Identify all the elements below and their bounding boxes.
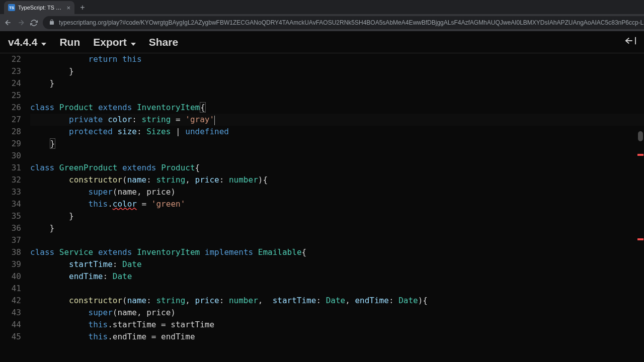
export-button[interactable]: Export <box>93 36 136 48</box>
line-number-gutter: 2223242526272829303132333435363738394041… <box>0 53 30 343</box>
collapse-sidebar-icon[interactable] <box>625 36 636 48</box>
code-content[interactable]: return this } } class Product extends In… <box>30 53 644 343</box>
error-marker[interactable] <box>637 238 643 240</box>
playground-toolbar: v4.4.4 Run Export Share <box>0 31 644 53</box>
chevron-down-icon <box>40 36 46 48</box>
ts-favicon-icon: TS <box>8 4 15 11</box>
code-editor[interactable]: 2223242526272829303132333435363738394041… <box>0 53 644 362</box>
version-selector[interactable]: v4.4.4 <box>8 36 46 48</box>
url-text: typescriptlang.org/play?#code/KYOwrgtgBA… <box>59 19 644 26</box>
tab-bar: TS TypeScript: TS Playground - A × + <box>0 0 644 14</box>
url-bar[interactable]: typescriptlang.org/play?#code/KYOwrgtgBA… <box>43 16 644 29</box>
back-button[interactable] <box>4 19 12 27</box>
run-button[interactable]: Run <box>59 36 80 48</box>
nav-bar: typescriptlang.org/play?#code/KYOwrgtgBA… <box>0 14 644 31</box>
scrollbar-track[interactable] <box>637 53 644 362</box>
new-tab-button[interactable]: + <box>76 2 89 14</box>
browser-tab[interactable]: TS TypeScript: TS Playground - A × <box>4 1 74 14</box>
lock-icon <box>49 19 55 27</box>
share-button[interactable]: Share <box>149 36 178 48</box>
browser-chrome: TS TypeScript: TS Playground - A × + typ… <box>0 0 644 31</box>
forward-button[interactable] <box>17 19 25 27</box>
scrollbar-thumb[interactable] <box>638 131 643 141</box>
chevron-down-icon <box>130 36 136 48</box>
reload-button[interactable] <box>30 19 38 27</box>
error-marker[interactable] <box>637 154 643 156</box>
close-icon[interactable]: × <box>66 4 70 12</box>
tab-title: TypeScript: TS Playground - A <box>18 5 63 11</box>
